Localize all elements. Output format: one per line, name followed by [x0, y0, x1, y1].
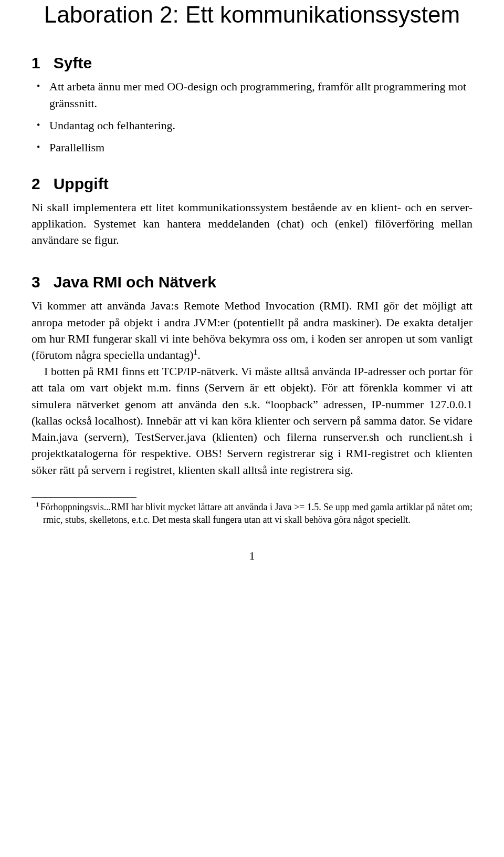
paragraph-rmi-1: Vi kommer att använda Java:s Remote Meth… — [32, 297, 472, 363]
section-heading-text: Java RMI och Nätverk — [54, 273, 216, 291]
section-uppgift: 2 Uppgift Ni skall implementera ett lite… — [32, 175, 472, 249]
paragraph-rmi-2: I botten på RMI finns ett TCP/IP-nätverk… — [32, 363, 472, 478]
section-heading-java-rmi: 3 Java RMI och Nätverk — [32, 273, 472, 291]
section-number: 2 — [32, 175, 40, 192]
list-item: Att arbeta ännu mer med OO-design och pr… — [49, 78, 472, 112]
section-heading-text: Uppgift — [54, 175, 109, 192]
section-heading-text: Syfte — [54, 54, 92, 71]
footnote-marker: 1 — [36, 500, 39, 508]
footnote-text: Förhoppningsvis...RMI har blivit mycket … — [40, 502, 472, 525]
section-number: 3 — [32, 273, 40, 291]
section-heading-uppgift: 2 Uppgift — [32, 175, 472, 193]
bullet-list-syfte: Att arbeta ännu mer med OO-design och pr… — [32, 78, 472, 156]
list-item: Parallellism — [49, 139, 472, 156]
section-number: 1 — [32, 54, 40, 71]
section-syfte: 1 Syfte Att arbeta ännu mer med OO-desig… — [32, 54, 472, 156]
section-java-rmi: 3 Java RMI och Nätverk Vi kommer att anv… — [32, 273, 472, 478]
footnote-separator — [32, 497, 136, 498]
document-title: Laboration 2: Ett kommunikationssystem — [32, 0, 472, 29]
paragraph-uppgift: Ni skall implementera ett litet kommunik… — [32, 199, 472, 249]
list-item: Undantag och felhantering. — [49, 117, 472, 134]
footnote: 1Förhoppningsvis...RMI har blivit mycket… — [32, 501, 472, 526]
section-heading-syfte: 1 Syfte — [32, 54, 472, 72]
page-number: 1 — [32, 549, 472, 563]
